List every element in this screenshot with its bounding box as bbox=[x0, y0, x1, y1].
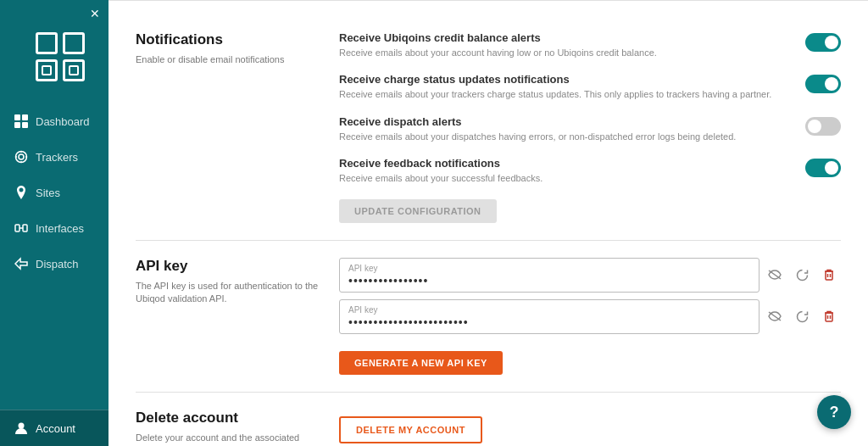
sidebar-label-dispatch: Dispatch bbox=[36, 258, 79, 270]
sidebar-item-dispatch[interactable]: Dispatch bbox=[0, 246, 108, 282]
toggle-thumb-3 bbox=[808, 120, 821, 133]
notifications-content: Receive Ubiqoins credit balance alerts R… bbox=[339, 31, 841, 223]
notifications-desc: Enable or disable email notifications bbox=[136, 53, 322, 66]
notifications-section: Notifications Enable or disable email no… bbox=[136, 14, 841, 241]
sidebar-label-sites: Sites bbox=[36, 187, 60, 199]
app-logo bbox=[20, 24, 88, 95]
api-key-value-2: •••••••••••••••••••••••• bbox=[348, 315, 469, 329]
api-key-desc: The API key is used for authentication t… bbox=[136, 280, 322, 306]
svg-rect-7 bbox=[23, 225, 27, 231]
content-area: Notifications Enable or disable email no… bbox=[108, 1, 868, 446]
delete-account-button[interactable]: DELETE MY ACCOUNT bbox=[339, 416, 482, 443]
svg-rect-6 bbox=[15, 225, 19, 231]
api-key-row-1: API key •••••••••••••••• bbox=[339, 258, 841, 293]
api-key-content: API key •••••••••••••••• bbox=[339, 258, 841, 375]
notif-desc-2: Receive emails about your trackers charg… bbox=[339, 88, 788, 101]
delete-account-label: Delete account Delete your account and t… bbox=[136, 410, 322, 446]
api-key-title: API key bbox=[136, 258, 322, 275]
notif-text-2: Receive charge status updates notificati… bbox=[339, 73, 805, 101]
api-key-field-label-1: API key bbox=[348, 264, 750, 273]
help-button[interactable]: ? bbox=[817, 395, 851, 429]
sidebar-item-dashboard[interactable]: Dashboard bbox=[0, 103, 108, 139]
svg-rect-0 bbox=[14, 114, 20, 120]
logo-inner-4 bbox=[69, 65, 79, 75]
toggle-thumb-1 bbox=[825, 36, 838, 49]
api-key-label: API key The API key is used for authenti… bbox=[136, 258, 322, 375]
api-key-section: API key The API key is used for authenti… bbox=[136, 241, 841, 393]
api-key-delete-btn-2[interactable] bbox=[817, 304, 841, 328]
svg-rect-2 bbox=[14, 122, 20, 128]
delete-account-desc: Delete your account and the associated d… bbox=[136, 432, 322, 446]
notifications-label: Notifications Enable or disable email no… bbox=[136, 31, 322, 223]
notif-title-1: Receive Ubiqoins credit balance alerts bbox=[339, 31, 788, 44]
svg-point-4 bbox=[19, 154, 24, 159]
api-key-hide-btn-1[interactable] bbox=[763, 263, 787, 287]
api-key-field-1: API key •••••••••••••••• bbox=[339, 258, 760, 293]
svg-point-5 bbox=[16, 152, 27, 163]
notif-title-4: Receive feedback notifications bbox=[339, 157, 788, 170]
toggle-4[interactable] bbox=[805, 159, 841, 177]
notif-text-1: Receive Ubiqoins credit balance alerts R… bbox=[339, 31, 805, 59]
notif-text-4: Receive feedback notifications Receive e… bbox=[339, 157, 805, 185]
sidebar-item-interfaces[interactable]: Interfaces bbox=[0, 210, 108, 246]
svg-rect-15 bbox=[826, 313, 832, 321]
sidebar-item-account[interactable]: Account bbox=[0, 410, 108, 446]
sidebar-label-interfaces: Interfaces bbox=[36, 222, 84, 235]
logo-cell-3 bbox=[36, 59, 58, 81]
account-icon bbox=[14, 421, 29, 436]
svg-rect-3 bbox=[22, 122, 28, 128]
delete-account-title: Delete account bbox=[136, 410, 322, 426]
api-key-field-label-2: API key bbox=[348, 305, 750, 315]
main-content: Notifications Enable or disable email no… bbox=[108, 0, 868, 446]
logo-inner-3 bbox=[42, 65, 52, 75]
api-key-field-2: API key •••••••••••••••••••••••• bbox=[339, 299, 760, 334]
dashboard-icon bbox=[14, 114, 29, 129]
sidebar: ✕ Dashboard bbox=[0, 0, 108, 446]
api-key-row-2: API key •••••••••••••••••••••••• bbox=[339, 299, 841, 334]
toggle-track-3[interactable] bbox=[805, 117, 841, 136]
notifications-title: Notifications bbox=[136, 31, 322, 48]
notif-text-3: Receive dispatch alerts Receive emails a… bbox=[339, 115, 805, 143]
notif-item-2: Receive charge status updates notificati… bbox=[339, 73, 841, 101]
api-key-value-1: •••••••••••••••• bbox=[348, 274, 428, 287]
interfaces-icon bbox=[14, 220, 29, 236]
notif-desc-3: Receive emails about your dispatches hav… bbox=[339, 131, 788, 143]
logo-cell-1 bbox=[36, 32, 58, 54]
notif-desc-4: Receive emails about your successful fee… bbox=[339, 172, 788, 185]
sidebar-item-trackers[interactable]: Trackers bbox=[0, 139, 108, 175]
toggle-track-1[interactable] bbox=[805, 33, 841, 52]
notif-item-4: Receive feedback notifications Receive e… bbox=[339, 157, 841, 185]
update-config-button[interactable]: UPDATE CONFIGURATION bbox=[339, 199, 497, 223]
sidebar-nav: Dashboard Trackers Sites bbox=[0, 103, 108, 446]
toggle-thumb-4 bbox=[825, 161, 838, 175]
dispatch-icon bbox=[14, 256, 29, 271]
toggle-1[interactable] bbox=[805, 33, 841, 52]
toggle-2[interactable] bbox=[805, 75, 841, 93]
delete-account-content: DELETE MY ACCOUNT bbox=[339, 410, 841, 446]
sidebar-label-trackers: Trackers bbox=[36, 151, 78, 164]
api-key-refresh-btn-2[interactable] bbox=[790, 304, 814, 328]
api-key-delete-btn-1[interactable] bbox=[817, 263, 841, 287]
notif-item-1: Receive Ubiqoins credit balance alerts R… bbox=[339, 31, 841, 59]
sidebar-label-dashboard: Dashboard bbox=[36, 115, 90, 128]
notif-title-2: Receive charge status updates notificati… bbox=[339, 73, 788, 86]
toggle-3[interactable] bbox=[805, 117, 841, 136]
toggle-track-4[interactable] bbox=[805, 159, 841, 177]
api-key-hide-btn-2[interactable] bbox=[763, 304, 787, 328]
svg-rect-11 bbox=[826, 271, 832, 280]
logo-cell-2 bbox=[63, 32, 85, 54]
toggle-thumb-2 bbox=[825, 77, 838, 91]
generate-api-key-button[interactable]: GENERATE A NEW API KEY bbox=[339, 351, 503, 375]
sites-icon bbox=[14, 185, 29, 200]
notif-item-3: Receive dispatch alerts Receive emails a… bbox=[339, 115, 841, 143]
logo-cell-4 bbox=[63, 59, 85, 81]
sidebar-label-account: Account bbox=[36, 422, 75, 435]
svg-point-9 bbox=[19, 423, 25, 429]
delete-account-section: Delete account Delete your account and t… bbox=[136, 393, 841, 446]
notif-title-3: Receive dispatch alerts bbox=[339, 115, 788, 128]
close-button[interactable]: ✕ bbox=[0, 0, 108, 24]
sidebar-item-sites[interactable]: Sites bbox=[0, 175, 108, 210]
toggle-track-2[interactable] bbox=[805, 75, 841, 93]
api-key-refresh-btn-1[interactable] bbox=[790, 263, 814, 287]
trackers-icon bbox=[14, 149, 29, 164]
